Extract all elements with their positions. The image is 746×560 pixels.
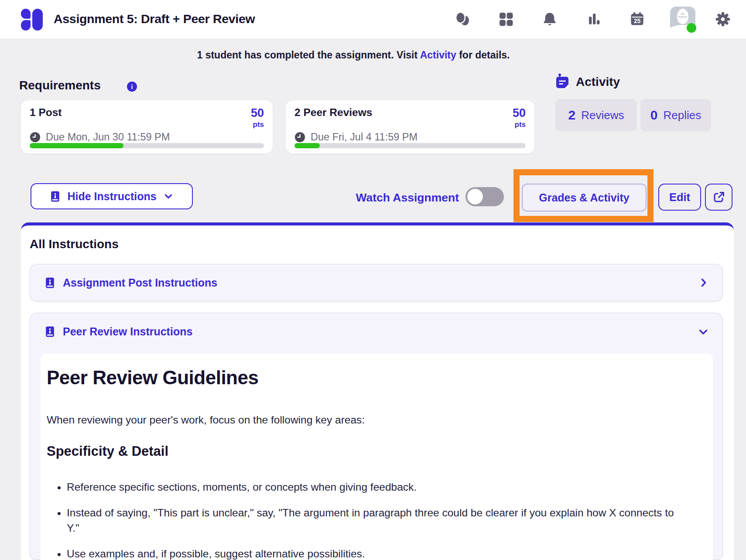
clock-icon <box>30 132 41 143</box>
requirement-title: 2 Peer Reviews <box>294 106 372 119</box>
peer-review-instructions-header[interactable]: Peer Review Instructions <box>30 313 722 350</box>
book-icon <box>49 191 61 202</box>
list-item: Reference specific sections, moments, or… <box>67 479 678 495</box>
due-date: Due Fri, Jul 4 11:59 PM <box>311 131 417 143</box>
reviews-count: 2 <box>568 108 576 123</box>
grades-activity-button[interactable]: Grades & Activity <box>522 184 647 212</box>
guidelines-list: Reference specific sections, moments, or… <box>47 479 678 560</box>
guidelines-heading: Peer Review Guidelines <box>47 366 695 389</box>
avatar-placeholder-text: NO PHOTO <box>677 13 688 18</box>
watch-assignment-toggle[interactable] <box>465 187 504 206</box>
calendar-icon[interactable]: 25 <box>630 11 645 27</box>
guidelines-subheading: Specificity & Detail <box>47 444 695 459</box>
user-avatar[interactable]: NO PHOTO <box>670 7 695 32</box>
section-label: Peer Review Instructions <box>63 325 192 338</box>
activity-link[interactable]: Activity <box>420 49 456 61</box>
guidelines-intro: When reviewing your peer's work, focus o… <box>47 414 695 426</box>
chevron-right-icon <box>698 277 709 288</box>
requirement-title: 1 Post <box>30 106 62 119</box>
banner-text-prefix: 1 student has completed the assignment. … <box>197 49 417 61</box>
info-icon[interactable]: i <box>127 82 137 92</box>
completion-banner: 1 student has completed the assignment. … <box>26 49 681 61</box>
progress-bar <box>30 143 264 148</box>
app-logo[interactable] <box>21 9 43 31</box>
online-status-dot <box>687 23 696 33</box>
progress-bar <box>294 143 526 148</box>
list-item: Use examples and, if possible, suggest a… <box>67 546 678 560</box>
all-instructions-title: All Instructions <box>30 237 119 251</box>
hide-instructions-button[interactable]: Hide Instructions <box>31 183 193 209</box>
activity-title: Activity <box>576 75 620 89</box>
requirement-card-peer-reviews: 2 Peer Reviews 50 pts Due Fri, Jul 4 11:… <box>286 100 534 154</box>
points-unit: pts <box>513 121 526 128</box>
watch-assignment-label: Watch Assignment <box>345 191 459 205</box>
instructions-content: Peer Review Guidelines When reviewing yo… <box>41 353 713 560</box>
reviews-badge[interactable]: 2 Reviews <box>555 99 637 131</box>
points-value: 50 <box>251 107 264 119</box>
points-block: 50 pts <box>251 107 264 128</box>
messages-icon[interactable] <box>455 11 470 27</box>
notifications-bell-icon[interactable] <box>542 11 558 27</box>
toggle-knob <box>467 189 483 205</box>
app-header: Assignment 5: Draft + Peer Review <box>0 0 746 38</box>
clock-icon <box>294 132 305 143</box>
activity-icon <box>555 73 570 92</box>
calendar-day: 25 <box>634 17 641 24</box>
requirement-card-post: 1 Post 50 pts Due Mon, Jun 30 11:59 PM <box>21 100 273 154</box>
book-icon <box>44 326 56 338</box>
replies-label: Replies <box>663 109 701 122</box>
reviews-label: Reviews <box>581 109 624 122</box>
instructions-panel: All Instructions Assignment Post Instruc… <box>21 222 734 560</box>
due-date: Due Mon, Jun 30 11:59 PM <box>46 131 170 143</box>
requirements-title: Requirements <box>19 79 101 92</box>
points-block: 50 pts <box>513 107 526 128</box>
assignment-page: Assignment 5: Draft + Peer Review <box>0 0 746 560</box>
page-title: Assignment 5: Draft + Peer Review <box>54 12 255 26</box>
hide-instructions-label: Hide Instructions <box>67 190 156 203</box>
points-value: 50 <box>513 107 526 119</box>
section-label: Assignment Post Instructions <box>63 277 217 289</box>
progress-fill <box>30 143 123 148</box>
list-item: Instead of saying, "This part is unclear… <box>67 505 678 536</box>
banner-text-suffix: for details. <box>459 49 510 61</box>
settings-gear-icon[interactable] <box>715 11 730 27</box>
replies-badge[interactable]: 0 Replies <box>640 99 711 131</box>
chevron-down-icon <box>697 326 709 338</box>
bar-chart-icon[interactable] <box>586 11 602 27</box>
replies-count: 0 <box>650 108 658 123</box>
open-external-button[interactable] <box>705 184 732 211</box>
section-assignment-post-instructions[interactable]: Assignment Post Instructions <box>30 264 723 301</box>
points-unit: pts <box>251 121 264 128</box>
chevron-down-icon <box>163 191 174 202</box>
edit-button[interactable]: Edit <box>658 184 701 211</box>
progress-fill <box>294 143 320 148</box>
book-icon <box>44 277 56 289</box>
section-peer-review-instructions: Peer Review Instructions Peer Review Gui… <box>30 313 723 560</box>
apps-grid-icon[interactable] <box>498 11 514 27</box>
external-link-icon <box>712 190 726 204</box>
